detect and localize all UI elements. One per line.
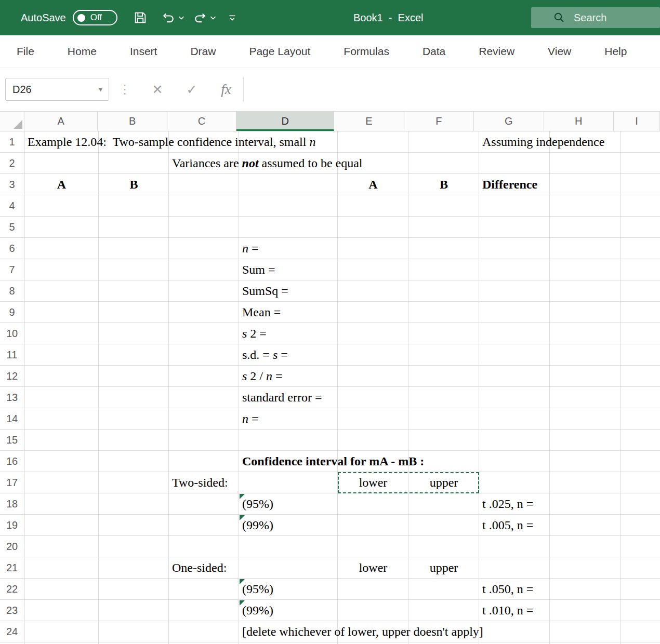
- row-header-11[interactable]: 11: [0, 344, 24, 366]
- cell-C17[interactable]: Two-sided:: [169, 472, 228, 493]
- save-button[interactable]: [133, 0, 148, 35]
- cell-D24[interactable]: [delete whichever of lower, upper doesn'…: [239, 621, 483, 642]
- column-header-E[interactable]: E: [334, 112, 404, 131]
- row-header-3[interactable]: 3: [0, 174, 24, 195]
- row-header-21[interactable]: 21: [0, 557, 24, 579]
- cell-G23[interactable]: t .010, n =: [479, 600, 533, 621]
- autosave-toggle-state: Off: [90, 12, 102, 23]
- cell-D10[interactable]: s 2 =: [239, 323, 267, 344]
- menu-tab-view[interactable]: View: [531, 35, 588, 68]
- row-header-9[interactable]: 9: [0, 302, 24, 323]
- row-header-22[interactable]: 22: [0, 579, 24, 600]
- menu-tab-help[interactable]: Help: [588, 35, 643, 68]
- row-header-12[interactable]: 12: [0, 366, 24, 387]
- gridline-after-G: [549, 131, 550, 644]
- row-headers: 123456789101112131415161718192021222324: [0, 131, 24, 644]
- row-header-6[interactable]: 6: [0, 238, 24, 259]
- row-header-2[interactable]: 2: [0, 153, 24, 174]
- row-header-24[interactable]: 24: [0, 621, 24, 642]
- column-header-F[interactable]: F: [404, 112, 474, 131]
- column-header-H[interactable]: H: [544, 112, 614, 131]
- row-header-10[interactable]: 10: [0, 323, 24, 344]
- cell-D7[interactable]: Sum =: [239, 259, 275, 280]
- name-box-value: D26: [12, 84, 32, 96]
- formula-bar-separator: ⋮: [118, 82, 131, 97]
- menu-tab-page-layout[interactable]: Page Layout: [232, 35, 327, 68]
- row-header-19[interactable]: 19: [0, 515, 24, 536]
- search-box[interactable]: Search: [531, 7, 660, 28]
- cell-B3[interactable]: B: [99, 174, 169, 195]
- cell-D12[interactable]: s 2 / n =: [239, 366, 283, 387]
- cell-D8[interactable]: SumSq =: [239, 280, 288, 302]
- row-header-16[interactable]: 16: [0, 451, 24, 472]
- cell-G1[interactable]: Assuming independence: [479, 131, 604, 153]
- column-header-B[interactable]: B: [98, 112, 167, 131]
- row-header-5[interactable]: 5: [0, 217, 24, 238]
- cell-A1[interactable]: Example 12.04: Two-sample confidence int…: [24, 131, 315, 153]
- autosave-toggle[interactable]: Off: [73, 10, 117, 25]
- row-header-13[interactable]: 13: [0, 387, 24, 408]
- cell-D13[interactable]: standard error =: [239, 387, 322, 408]
- cell-A3[interactable]: A: [24, 174, 99, 195]
- menu-tab-insert[interactable]: Insert: [113, 35, 174, 68]
- column-header-D[interactable]: D: [236, 112, 334, 131]
- menu-tab-home[interactable]: Home: [51, 35, 113, 68]
- redo-button[interactable]: [193, 0, 207, 35]
- autosave-label: AutoSave: [21, 12, 66, 24]
- undo-button[interactable]: [161, 0, 176, 35]
- insert-function-button[interactable]: fx: [209, 82, 243, 98]
- cell-E21[interactable]: lower: [338, 557, 408, 579]
- cell-C21[interactable]: One-sided:: [169, 557, 227, 579]
- cell-E3[interactable]: A: [338, 174, 408, 195]
- cell-C2[interactable]: Variances are not assumed to be equal: [169, 153, 363, 174]
- column-header-G[interactable]: G: [474, 112, 544, 131]
- menu-tab-formulas[interactable]: Formulas: [327, 35, 406, 68]
- formula-bar: D26 ▾ ⋮ ✕ ✓ fx: [0, 68, 660, 112]
- enter-button[interactable]: ✓: [175, 82, 209, 97]
- formula-input[interactable]: [243, 77, 660, 101]
- row-header-15[interactable]: 15: [0, 430, 24, 451]
- search-icon: [553, 11, 565, 24]
- cell-D9[interactable]: Mean =: [239, 302, 281, 323]
- redo-dropdown[interactable]: [210, 16, 216, 20]
- cell-D11[interactable]: s.d. = s =: [239, 344, 288, 366]
- menu-tab-data[interactable]: Data: [406, 35, 462, 68]
- row-header-17[interactable]: 17: [0, 472, 24, 493]
- column-header-C[interactable]: C: [167, 112, 236, 131]
- cell-F17[interactable]: upper: [408, 472, 479, 493]
- menu-tab-file[interactable]: File: [15, 35, 51, 68]
- row-header-23[interactable]: 23: [0, 600, 24, 621]
- cell-G3[interactable]: Difference: [479, 174, 537, 195]
- column-header-I[interactable]: I: [614, 112, 660, 131]
- cell-F21[interactable]: upper: [408, 557, 479, 579]
- quick-access-toolbar-button[interactable]: [227, 0, 238, 35]
- row-header-7[interactable]: 7: [0, 259, 24, 280]
- row-header-4[interactable]: 4: [0, 195, 24, 217]
- cell-D14[interactable]: n =: [239, 408, 259, 430]
- cell-G22[interactable]: t .050, n =: [479, 579, 533, 600]
- cell-F3[interactable]: B: [408, 174, 479, 195]
- title-bar: AutoSave Off: [0, 0, 660, 35]
- cell-D16[interactable]: Confidence interval for mA - mB :: [239, 451, 424, 472]
- undo-dropdown[interactable]: [178, 16, 184, 20]
- row-header-18[interactable]: 18: [0, 493, 24, 515]
- cell-G19[interactable]: t .005, n =: [479, 515, 533, 536]
- row-header-8[interactable]: 8: [0, 280, 24, 302]
- select-all-corner[interactable]: [0, 112, 24, 131]
- name-box-dropdown-icon[interactable]: ▾: [99, 85, 102, 93]
- cancel-button[interactable]: ✕: [140, 82, 175, 97]
- error-indicator-D18: [240, 494, 245, 499]
- cell-D6[interactable]: n =: [239, 238, 259, 259]
- row-header-14[interactable]: 14: [0, 408, 24, 430]
- row-header-1[interactable]: 1: [0, 131, 24, 153]
- column-header-A[interactable]: A: [24, 112, 98, 131]
- sheet-cells-area[interactable]: Example 12.04: Two-sample confidence int…: [24, 131, 660, 644]
- row-header-20[interactable]: 20: [0, 536, 24, 557]
- cell-E17[interactable]: lower: [338, 472, 408, 493]
- name-box[interactable]: D26 ▾: [5, 78, 109, 101]
- menu-tab-review[interactable]: Review: [462, 35, 531, 68]
- menu-tab-draw[interactable]: Draw: [174, 35, 232, 68]
- cell-G18[interactable]: t .025, n =: [479, 493, 533, 515]
- search-label: Search: [574, 12, 606, 24]
- autosave-toggle-knob: [77, 14, 85, 22]
